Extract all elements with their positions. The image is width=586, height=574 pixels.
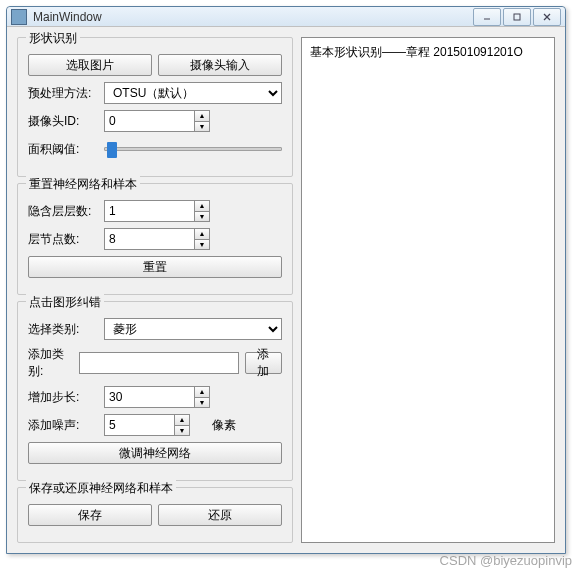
spin-up-icon[interactable]: ▲ bbox=[175, 415, 189, 426]
group-reset-title: 重置神经网络和样本 bbox=[26, 176, 140, 193]
add-button[interactable]: 添加 bbox=[245, 352, 282, 374]
step-arrows[interactable]: ▲▼ bbox=[194, 386, 210, 408]
right-column: 基本形状识别——章程 201501091201O bbox=[301, 37, 555, 543]
hidden-layers-arrows[interactable]: ▲▼ bbox=[194, 200, 210, 222]
spin-up-icon[interactable]: ▲ bbox=[195, 229, 209, 240]
noise-label: 添加噪声: bbox=[28, 417, 98, 434]
camera-id-input[interactable] bbox=[104, 110, 194, 132]
spin-up-icon[interactable]: ▲ bbox=[195, 111, 209, 122]
spin-down-icon[interactable]: ▼ bbox=[195, 212, 209, 222]
window-title: MainWindow bbox=[33, 10, 473, 24]
close-button[interactable] bbox=[533, 8, 561, 26]
spin-down-icon[interactable]: ▼ bbox=[195, 398, 209, 408]
save-button[interactable]: 保存 bbox=[28, 504, 152, 526]
client-area: 形状识别 选取图片 摄像头输入 预处理方法: OTSU（默认） 摄像头ID: ▲… bbox=[7, 27, 565, 553]
group-shape-title: 形状识别 bbox=[26, 30, 80, 47]
spin-down-icon[interactable]: ▼ bbox=[195, 122, 209, 132]
preprocess-label: 预处理方法: bbox=[28, 85, 98, 102]
main-window: MainWindow 形状识别 选取图片 摄像头输入 预处理方法: OTSU（默… bbox=[6, 6, 566, 554]
step-spin[interactable]: ▲▼ bbox=[104, 386, 282, 408]
spin-down-icon[interactable]: ▼ bbox=[175, 426, 189, 436]
add-class-label: 添加类别: bbox=[28, 346, 73, 380]
step-label: 增加步长: bbox=[28, 389, 98, 406]
layer-nodes-input[interactable] bbox=[104, 228, 194, 250]
camera-id-label: 摄像头ID: bbox=[28, 113, 98, 130]
layer-nodes-spin[interactable]: ▲▼ bbox=[104, 228, 282, 250]
app-icon bbox=[11, 9, 27, 25]
output-panel: 基本形状识别——章程 201501091201O bbox=[301, 37, 555, 543]
area-threshold-label: 面积阈值: bbox=[28, 141, 98, 158]
noise-arrows[interactable]: ▲▼ bbox=[174, 414, 190, 436]
group-correct-title: 点击图形纠错 bbox=[26, 294, 104, 311]
group-correct: 点击图形纠错 选择类别: 菱形 添加类别: 添加 增加步长: ▲▼ bbox=[17, 301, 293, 481]
hidden-layers-input[interactable] bbox=[104, 200, 194, 222]
group-save-restore: 保存或还原神经网络和样本 保存 还原 bbox=[17, 487, 293, 543]
select-class-label: 选择类别: bbox=[28, 321, 98, 338]
hidden-layers-label: 隐含层层数: bbox=[28, 203, 98, 220]
spin-up-icon[interactable]: ▲ bbox=[195, 387, 209, 398]
group-reset-nn: 重置神经网络和样本 隐含层层数: ▲▼ 层节点数: ▲▼ 重置 bbox=[17, 183, 293, 295]
noise-spin[interactable]: ▲▼ bbox=[104, 414, 190, 436]
svg-rect-1 bbox=[514, 14, 520, 20]
restore-button[interactable]: 还原 bbox=[158, 504, 282, 526]
output-text: 基本形状识别——章程 201501091201O bbox=[310, 44, 546, 61]
group-save-title: 保存或还原神经网络和样本 bbox=[26, 480, 176, 497]
hidden-layers-spin[interactable]: ▲▼ bbox=[104, 200, 282, 222]
select-class-select[interactable]: 菱形 bbox=[104, 318, 282, 340]
preprocess-select[interactable]: OTSU（默认） bbox=[104, 82, 282, 104]
layer-nodes-arrows[interactable]: ▲▼ bbox=[194, 228, 210, 250]
step-input[interactable] bbox=[104, 386, 194, 408]
reset-button[interactable]: 重置 bbox=[28, 256, 282, 278]
titlebar: MainWindow bbox=[7, 7, 565, 27]
layer-nodes-label: 层节点数: bbox=[28, 231, 98, 248]
noise-input[interactable] bbox=[104, 414, 174, 436]
spin-up-icon[interactable]: ▲ bbox=[195, 201, 209, 212]
camera-input-button[interactable]: 摄像头输入 bbox=[158, 54, 282, 76]
area-threshold-slider[interactable] bbox=[104, 147, 282, 151]
add-class-input[interactable] bbox=[79, 352, 239, 374]
select-image-button[interactable]: 选取图片 bbox=[28, 54, 152, 76]
group-shape-recognition: 形状识别 选取图片 摄像头输入 预处理方法: OTSU（默认） 摄像头ID: ▲… bbox=[17, 37, 293, 177]
camera-id-arrows[interactable]: ▲▼ bbox=[194, 110, 210, 132]
watermark: CSDN @biyezuopinvip bbox=[440, 553, 572, 568]
maximize-button[interactable] bbox=[503, 8, 531, 26]
window-controls bbox=[473, 8, 561, 26]
left-column: 形状识别 选取图片 摄像头输入 预处理方法: OTSU（默认） 摄像头ID: ▲… bbox=[17, 37, 293, 543]
slider-thumb[interactable] bbox=[107, 142, 117, 158]
camera-id-spin[interactable]: ▲▼ bbox=[104, 110, 282, 132]
finetune-button[interactable]: 微调神经网络 bbox=[28, 442, 282, 464]
minimize-button[interactable] bbox=[473, 8, 501, 26]
pixel-suffix: 像素 bbox=[212, 417, 236, 434]
spin-down-icon[interactable]: ▼ bbox=[195, 240, 209, 250]
